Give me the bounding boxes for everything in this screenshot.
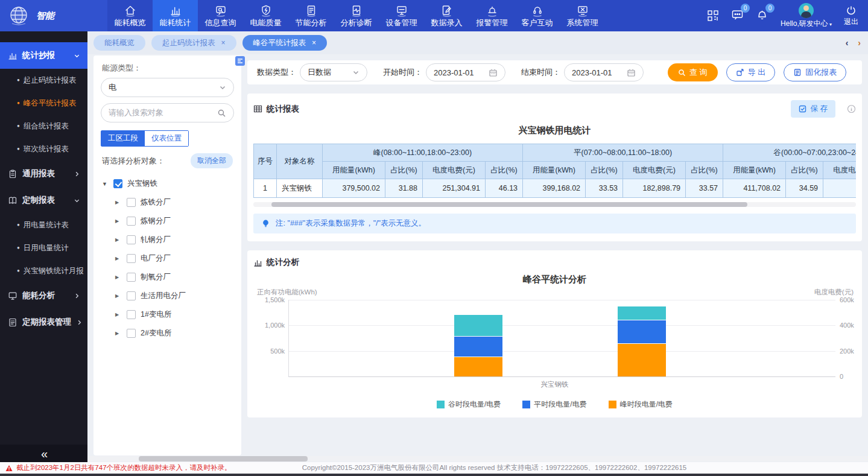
sidebar-item-用电量统计表[interactable]: ●用电量统计表: [0, 214, 87, 236]
nav-item-device-management[interactable]: 设备管理: [379, 0, 424, 31]
nav-item-analysis-diagnosis[interactable]: 分析诊断: [334, 0, 379, 31]
data-type-label: 数据类型：: [257, 67, 296, 78]
tree-node-label: 兴宝钢铁: [127, 179, 157, 189]
caret-right-icon[interactable]: ▶: [115, 200, 122, 205]
tree-checkbox[interactable]: [127, 217, 136, 226]
right-axis-tick: 0: [840, 373, 843, 380]
sidebar-item-起止码统计报表[interactable]: ●起止码统计报表: [0, 69, 87, 92]
cancel-all-button[interactable]: 取消全部: [191, 153, 233, 168]
caret-right-icon[interactable]: ▶: [115, 256, 122, 261]
table-scrollbar-thumb[interactable]: [271, 202, 747, 207]
tree-node-root[interactable]: ▼兴宝钢铁: [101, 174, 234, 193]
nav-item-alarm-management[interactable]: 报警管理: [469, 0, 515, 31]
qrcode-icon[interactable]: [707, 10, 719, 22]
sidebar-group-stats-reporting[interactable]: 统计抄报: [0, 42, 87, 69]
tab-work-section[interactable]: 工区工段: [101, 131, 145, 146]
copyright-text: Copyright©2015-2023万洲电气股份有限公司All rights …: [302, 463, 686, 472]
caret-right-icon[interactable]: ▶: [115, 312, 122, 317]
end-date-value: 2023-01-01: [572, 68, 612, 77]
bulb-icon: [261, 219, 270, 228]
tab-峰谷平统计报表[interactable]: 峰谷平统计报表×: [242, 35, 328, 51]
analysis-section-title: 统计分析: [267, 257, 299, 268]
tree-checkbox[interactable]: [127, 254, 136, 263]
sidebar-item-label: 日用电量统计: [24, 243, 69, 253]
tab-scroll-left-icon[interactable]: ‹: [846, 38, 849, 48]
messages-button[interactable]: 0: [731, 8, 744, 23]
sidebar-group-periodic-report-management[interactable]: 定期报表管理: [0, 309, 87, 335]
tree-node-轧钢分厂[interactable]: ▶轧钢分厂: [101, 230, 234, 249]
nav-item-info-query[interactable]: 信息查询: [198, 0, 243, 31]
tree-node-生活用电分厂[interactable]: ▶生活用电分厂: [101, 287, 234, 305]
export-button[interactable]: 导 出: [726, 63, 776, 81]
sidebar-item-组合统计报表[interactable]: ●组合统计报表: [0, 115, 87, 138]
legend-item[interactable]: 平时段电量/电费: [522, 399, 586, 410]
end-date-input[interactable]: 2023-01-01: [564, 63, 644, 81]
sidebar-collapse-button[interactable]: «: [0, 445, 87, 463]
tree-node-1#变电所[interactable]: ▶1#变电所: [101, 305, 234, 324]
caret-right-icon[interactable]: ▶: [115, 218, 122, 224]
query-button[interactable]: 查 询: [668, 63, 718, 81]
tab-起止码统计报表[interactable]: 起止码统计报表×: [151, 35, 236, 51]
tree-node-2#变电所[interactable]: ▶2#变电所: [101, 324, 234, 343]
sidebar-group-general-reports[interactable]: 通用报表: [0, 160, 87, 187]
cell-value: 31.88: [385, 179, 423, 198]
tree-checkbox[interactable]: [127, 198, 136, 207]
device-icon: [395, 4, 408, 17]
sidebar-item-日用电量统计[interactable]: ●日用电量统计: [0, 236, 87, 259]
start-date-input[interactable]: 2023-01-01: [426, 63, 505, 81]
nav-item-customer-interaction[interactable]: 客户互动: [515, 0, 560, 31]
tree-checkbox[interactable]: [127, 329, 136, 338]
tree-node-炼铁分厂[interactable]: ▶炼铁分厂: [101, 193, 234, 212]
tree-checkbox[interactable]: [127, 310, 136, 319]
sidebar-item-峰谷平统计报表[interactable]: ●峰谷平统计报表: [0, 92, 87, 115]
tree-node-炼钢分厂[interactable]: ▶炼钢分厂: [101, 212, 234, 230]
caret-right-icon[interactable]: ▶: [115, 274, 122, 280]
sidebar-item-兴宝钢铁统计月报[interactable]: ●兴宝钢铁统计月报: [0, 259, 87, 282]
tab-close-icon[interactable]: ×: [221, 39, 226, 46]
data-type-select[interactable]: 日数据: [300, 63, 367, 81]
diagnosis-icon: [350, 4, 363, 17]
nav-item-energy-statistics[interactable]: 能耗统计: [153, 0, 198, 31]
caret-right-icon[interactable]: ▶: [115, 293, 122, 299]
tree-node-label: 1#变电所: [141, 309, 171, 320]
object-search-input[interactable]: 请输入搜索对象: [101, 103, 234, 122]
sidebar-group-custom-reports[interactable]: 定制报表: [0, 187, 87, 214]
nav-item-power-quality[interactable]: 电能质量: [243, 0, 288, 31]
tree-checkbox[interactable]: [113, 179, 122, 188]
tree-node-电厂分厂[interactable]: ▶电厂分厂: [101, 249, 234, 268]
caret-right-icon[interactable]: ▶: [115, 331, 122, 336]
tab-meter-location[interactable]: 仪表位置: [145, 131, 188, 146]
clip-icon: [8, 169, 17, 179]
tab-scroll-right-icon[interactable]: ›: [858, 38, 861, 48]
nav-item-energy-overview[interactable]: 能耗概览: [107, 0, 153, 31]
tab-能耗概览[interactable]: 能耗概览: [93, 35, 145, 51]
energy-type-select[interactable]: 电: [101, 78, 234, 97]
tree-node-制氧分厂[interactable]: ▶制氧分厂: [101, 268, 234, 287]
warning-triangle-icon: [5, 465, 13, 472]
legend-item[interactable]: 峰时段电量/电费: [609, 399, 673, 410]
alerts-button[interactable]: 0: [756, 8, 768, 23]
info-icon[interactable]: [847, 104, 856, 113]
col-sub-header: 用能量(kWh): [323, 162, 385, 179]
collapse-filter-panel-icon[interactable]: [235, 56, 245, 66]
tree-checkbox[interactable]: [127, 235, 136, 244]
sidebar-item-班次统计报表[interactable]: ●班次统计报表: [0, 138, 87, 160]
tree-checkbox[interactable]: [127, 291, 136, 300]
nav-item-energy-saving-analysis[interactable]: 节能分析: [288, 0, 334, 31]
search-icon[interactable]: [217, 109, 226, 118]
page-scrollbar-thumb[interactable]: [139, 456, 308, 462]
nav-item-data-entry[interactable]: 数据录入: [424, 0, 469, 31]
caret-right-icon[interactable]: ▶: [115, 237, 122, 243]
nav-item-system-management[interactable]: 系统管理: [560, 0, 605, 31]
solidify-report-button[interactable]: 固化报表: [784, 63, 846, 81]
logout-button[interactable]: 退出: [844, 5, 858, 27]
sidebar-group-energy-analysis[interactable]: 能耗分析: [0, 282, 87, 309]
user-menu[interactable]: Hello,研发中心 ▾: [781, 3, 832, 29]
save-check-icon: [799, 105, 806, 113]
tab-close-icon[interactable]: ×: [312, 39, 316, 46]
tree-checkbox[interactable]: [127, 273, 136, 282]
calendar-icon: [627, 68, 636, 77]
legend-item[interactable]: 谷时段电量/电费: [437, 399, 501, 410]
save-button[interactable]: 保 存: [791, 100, 835, 118]
caret-down-icon[interactable]: ▼: [102, 181, 109, 187]
